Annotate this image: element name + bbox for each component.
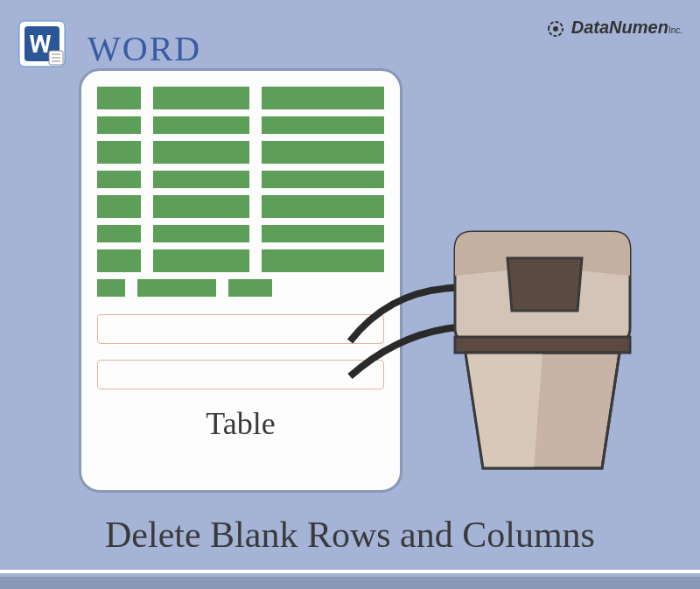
table-row xyxy=(97,195,384,218)
table-row xyxy=(97,171,384,188)
svg-point-6 xyxy=(553,26,558,32)
divider xyxy=(0,570,700,573)
svg-rect-7 xyxy=(455,337,630,353)
brand-logo: DataNumenInc. xyxy=(545,18,682,39)
product-name: WORD xyxy=(88,28,201,69)
page-title: Delete Blank Rows and Columns xyxy=(0,514,700,556)
table-row xyxy=(97,225,384,242)
filled-table-rows xyxy=(97,87,384,297)
brand-suffix: Inc. xyxy=(668,25,682,35)
table-row xyxy=(97,87,384,109)
table-row xyxy=(97,116,384,134)
brand-text: DataNumen xyxy=(571,18,668,37)
table-row xyxy=(97,141,384,164)
table-label: Table xyxy=(97,405,384,442)
table-row xyxy=(97,249,384,272)
word-app-icon xyxy=(18,19,66,68)
header: WORD DataNumenInc. xyxy=(0,11,700,63)
trash-bin-icon xyxy=(446,223,639,480)
divider xyxy=(0,577,700,589)
